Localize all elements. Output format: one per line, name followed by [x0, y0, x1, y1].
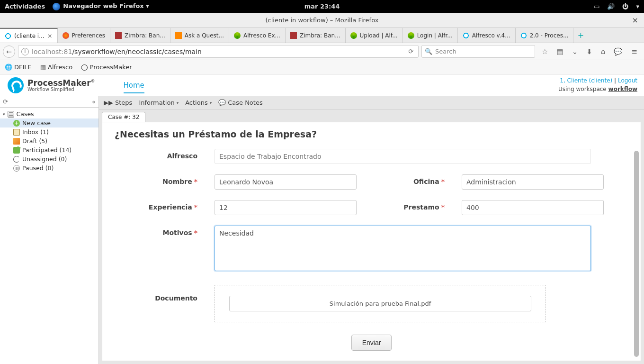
menu-caret-icon[interactable]: ▾ — [636, 3, 639, 10]
logout-link[interactable]: Logout — [618, 77, 637, 84]
top-nav: Home — [124, 81, 144, 90]
tab-label: Zimbra: Ban... — [125, 32, 165, 39]
chat-icon[interactable]: 💬 — [614, 47, 623, 56]
favicon-icon — [5, 33, 11, 39]
bookmark-item[interactable]: ▦Alfresco — [40, 64, 72, 71]
window-close-button[interactable]: × — [632, 16, 638, 25]
favicon-icon — [350, 32, 357, 39]
form-scrollbar[interactable] — [634, 151, 640, 357]
sidebar-item[interactable]: Draft (5) — [0, 136, 98, 146]
case-toolbar: ▶▶ Steps Information Actions 💬 Case Note… — [99, 96, 644, 109]
back-button[interactable]: ← — [3, 46, 15, 58]
plus-icon: + — [13, 120, 20, 127]
browser-tab[interactable]: (cliente i...× — [0, 28, 58, 43]
browser-tab[interactable]: Zimbra: Ban... — [286, 28, 346, 43]
sidebar-item[interactable]: Paused (0) — [0, 164, 98, 173]
submit-button[interactable]: Enviar — [351, 335, 392, 351]
browser-tab[interactable]: Ask a Quest... — [170, 28, 229, 43]
power-icon[interactable]: ⏻ — [622, 3, 628, 10]
tab-close-icon[interactable]: × — [47, 32, 53, 39]
browser-tab[interactable]: Upload | Alf... — [346, 28, 403, 43]
browser-tab[interactable]: Alfresco Ex... — [229, 28, 286, 43]
search-placeholder: Search — [435, 48, 456, 55]
bookmark-star-icon[interactable]: ☆ — [542, 47, 548, 56]
inbox-icon — [13, 129, 20, 136]
tab-label: Alfresco v.4... — [472, 32, 510, 39]
sidebar-item[interactable]: +New case — [0, 118, 98, 127]
bookmark-icon: ◯ — [81, 64, 88, 71]
form-container: ¿Necesitas un Préstamo de la Empresa? Al… — [102, 122, 641, 361]
tab-label: Ask a Quest... — [185, 32, 224, 39]
case-tab[interactable]: Case #: 32 — [102, 112, 145, 122]
information-menu[interactable]: Information — [139, 99, 179, 106]
input-prestamo[interactable] — [462, 200, 604, 215]
current-app[interactable]: Navegador web Firefox ▾ — [53, 2, 149, 10]
user-link[interactable]: 1, Cliente (cliente) — [560, 77, 612, 84]
url-bar[interactable]: i localhost:81/sysworkflow/en/neoclassic… — [18, 45, 419, 58]
pocket-icon[interactable]: ⌄ — [572, 47, 578, 56]
hamburger-icon[interactable]: ≡ — [631, 47, 637, 56]
main-panel: ▶▶ Steps Information Actions 💬 Case Note… — [99, 96, 644, 364]
bookmark-item[interactable]: ◯ProcessMaker — [81, 64, 132, 71]
activities-button[interactable]: Actividades — [5, 3, 45, 10]
tabstrip: (cliente i...×PreferencesZimbra: Ban...A… — [0, 28, 644, 43]
steps-button[interactable]: ▶▶ Steps — [104, 99, 132, 106]
paused-icon — [13, 165, 20, 172]
screen-icon[interactable]: ▭ — [594, 3, 599, 10]
brand-logo[interactable]: ProcessMaker® Workflow Simplified — [8, 77, 95, 93]
library-icon[interactable]: ▤ — [557, 47, 564, 56]
document-dropzone[interactable]: Simulación para prueba Final.pdf — [215, 285, 546, 322]
tree-root-cases[interactable]: ▾ Cases — [0, 109, 98, 118]
case-notes-button[interactable]: 💬 Case Notes — [218, 99, 263, 106]
url-text: localhost:81/sysworkflow/en/neoclassic/c… — [32, 48, 406, 55]
window-titlebar: (cliente in workflow) – Mozilla Firefox … — [0, 13, 644, 28]
browser-tab[interactable]: Zimbra: Ban... — [110, 28, 170, 43]
refresh-icon[interactable]: ⟳ — [3, 98, 8, 105]
window-title: (cliente in workflow) – Mozilla Firefox — [266, 17, 379, 24]
part-icon — [13, 147, 20, 154]
document-file[interactable]: Simulación para prueba Final.pdf — [229, 296, 531, 311]
reload-button[interactable]: ⟳ — [406, 48, 415, 55]
browser-tab[interactable]: Alfresco v.4... — [458, 28, 516, 43]
label-oficina: Oficina* — [374, 174, 445, 185]
tab-label: 2.0 - Proces... — [530, 32, 569, 39]
browser-tab[interactable]: Preferences — [58, 28, 111, 43]
bookmark-item[interactable]: 🌐DFILE — [5, 64, 32, 71]
gnome-top-bar: Actividades Navegador web Firefox ▾ mar … — [0, 0, 644, 13]
new-tab-button[interactable]: + — [573, 28, 588, 43]
clock[interactable]: mar 23:44 — [304, 3, 340, 10]
firefox-icon — [53, 3, 60, 10]
favicon-icon — [463, 32, 469, 39]
textarea-motivos[interactable] — [215, 226, 591, 271]
caret-icon: ▾ — [3, 112, 5, 117]
volume-icon[interactable]: 🔊 — [607, 3, 615, 10]
sidebar-item[interactable]: Unassigned (0) — [0, 155, 98, 164]
brand-mark-icon — [8, 77, 24, 93]
sidebar-item-label: New case — [22, 119, 51, 127]
browser-tab[interactable]: Login | Alfr... — [403, 28, 458, 43]
sidebar-item[interactable]: Participated (14) — [0, 146, 98, 155]
draft-icon — [13, 138, 20, 145]
actions-menu[interactable]: Actions — [185, 99, 212, 106]
collapse-sidebar-icon[interactable]: « — [92, 98, 96, 105]
search-bar[interactable]: 🔍 Search — [421, 45, 535, 58]
nav-home[interactable]: Home — [124, 81, 144, 93]
favicon-icon — [408, 32, 414, 39]
sidebar-item-label: Participated (14) — [22, 146, 72, 154]
form-title: ¿Necesitas un Préstamo de la Empresa? — [115, 129, 632, 139]
downloads-icon[interactable]: ⬇ — [586, 47, 592, 56]
favicon-icon — [234, 32, 241, 39]
input-oficina[interactable] — [462, 174, 604, 190]
search-icon: 🔍 — [425, 48, 432, 55]
input-nombre[interactable] — [215, 174, 357, 190]
favicon-icon — [63, 32, 69, 39]
browser-tab[interactable]: 2.0 - Proces... — [516, 28, 574, 43]
bookmark-icon: ▦ — [40, 64, 46, 71]
home-icon[interactable]: ⌂ — [601, 47, 606, 56]
site-info-icon[interactable]: i — [21, 48, 29, 55]
sidebar-item[interactable]: Inbox (1) — [0, 127, 98, 136]
bookmarks-bar: 🌐DFILE▦Alfresco◯ProcessMaker — [0, 60, 644, 74]
input-experiencia[interactable] — [215, 200, 357, 215]
sidebar-item-label: Inbox (1) — [22, 128, 49, 136]
sidebar-tools: ⟳ « — [0, 96, 98, 108]
